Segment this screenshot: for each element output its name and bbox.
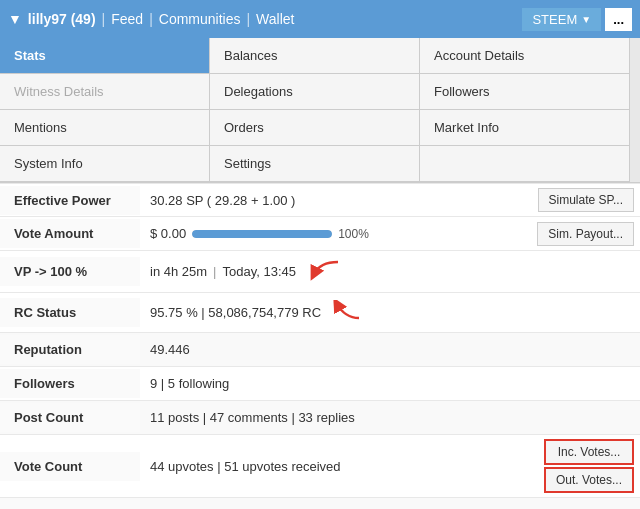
vote-count-label: Vote Count: [0, 452, 140, 481]
nav-left: ▼ lilly97 (49) | Feed | Communities | Wa…: [8, 11, 514, 27]
simulate-sp-action: Simulate SP...: [532, 184, 640, 216]
vp-time: Today, 13:45: [222, 264, 295, 279]
menu-delegations[interactable]: Delegations: [210, 74, 420, 110]
steem-label: STEEM: [532, 12, 577, 27]
inc-votes-button[interactable]: Inc. Votes...: [544, 439, 634, 465]
vote-amount-value: $ 0.00 100%: [140, 219, 531, 248]
nav-separator-1: |: [102, 11, 106, 27]
voting-csi-value: [ ? ] ( 0.00 % self, 10 upvotes, 8 accou…: [140, 500, 640, 509]
post-count-label: Post Count: [0, 403, 140, 432]
nav-communities-link[interactable]: Communities: [159, 11, 241, 27]
vp-label: VP -> 100 %: [0, 257, 140, 286]
vote-bar: [192, 230, 332, 238]
steem-dropdown-button[interactable]: STEEM ▼: [522, 8, 601, 31]
vp-row: VP -> 100 % in 4h 25m | Today, 13:45: [0, 251, 640, 293]
effective-power-row: Effective Power 30.28 SP ( 29.28 + 1.00 …: [0, 183, 640, 217]
menu-balances[interactable]: Balances: [210, 38, 420, 74]
nav-feed-link[interactable]: Feed: [111, 11, 143, 27]
arrow-svg: [310, 258, 340, 282]
nav-separator-3: |: [246, 11, 250, 27]
voting-csi-label: Voting CSI: [0, 500, 140, 509]
vote-count-actions: Inc. Votes... Out. Votes...: [538, 435, 640, 497]
effective-power-value: 30.28 SP ( 29.28 + 1.00 ): [140, 186, 532, 215]
followers-row: Followers 9 | 5 following: [0, 367, 640, 401]
menu-account-details[interactable]: Account Details: [420, 38, 630, 74]
followers-value: 9 | 5 following: [140, 369, 640, 398]
vp-value: in 4h 25m | Today, 13:45: [140, 251, 640, 292]
followers-label: Followers: [0, 369, 140, 398]
out-votes-button[interactable]: Out. Votes...: [544, 467, 634, 493]
menu-orders[interactable]: Orders: [210, 110, 420, 146]
vote-count-value: 44 upvotes | 51 upvotes received: [140, 452, 538, 481]
steem-arrow-icon: ▼: [581, 14, 591, 25]
menu-witness-details: Witness Details: [0, 74, 210, 110]
post-count-row: Post Count 11 posts | 47 comments | 33 r…: [0, 401, 640, 435]
nav-right: STEEM ▼ ...: [522, 8, 632, 31]
menu-empty: [420, 146, 630, 182]
nav-wallet-link[interactable]: Wallet: [256, 11, 294, 27]
username[interactable]: lilly97 (49): [28, 11, 96, 27]
arrow-svg-2: [333, 300, 361, 322]
menu-grid: Stats Balances Account Details Witness D…: [0, 38, 640, 183]
rc-status-value: 95.75 % | 58,086,754,779 RC: [140, 293, 640, 332]
menu-market-info[interactable]: Market Info: [420, 110, 630, 146]
reputation-label: Reputation: [0, 335, 140, 364]
stats-content: Effective Power 30.28 SP ( 29.28 + 1.00 …: [0, 183, 640, 509]
voting-csi-row: Voting CSI [ ? ] ( 0.00 % self, 10 upvot…: [0, 498, 640, 509]
vote-count-row: Vote Count 44 upvotes | 51 upvotes recei…: [0, 435, 640, 498]
reputation-value: 49.446: [140, 335, 640, 364]
menu-followers[interactable]: Followers: [420, 74, 630, 110]
vote-bar-fill: [192, 230, 332, 238]
nav-separator-2: |: [149, 11, 153, 27]
simulate-sp-button[interactable]: Simulate SP...: [538, 188, 634, 212]
rc-status-row: RC Status 95.75 % | 58,086,754,779 RC: [0, 293, 640, 333]
reputation-row: Reputation 49.446: [0, 333, 640, 367]
menu-settings[interactable]: Settings: [210, 146, 420, 182]
vp-separator: |: [213, 264, 216, 279]
dots-label: ...: [613, 12, 624, 27]
menu-stats[interactable]: Stats: [0, 38, 210, 74]
menu-system-info[interactable]: System Info: [0, 146, 210, 182]
rc-status-label: RC Status: [0, 298, 140, 327]
red-arrow-2-icon: [333, 300, 361, 325]
post-count-value: 11 posts | 47 comments | 33 replies: [140, 403, 640, 432]
red-arrow-icon: [310, 258, 340, 285]
sim-payout-action: Sim. Payout...: [531, 218, 640, 250]
sim-payout-button[interactable]: Sim. Payout...: [537, 222, 634, 246]
more-options-button[interactable]: ...: [605, 8, 632, 31]
dropdown-arrow-icon[interactable]: ▼: [8, 11, 22, 27]
top-navigation: ▼ lilly97 (49) | Feed | Communities | Wa…: [0, 0, 640, 38]
vote-amount-row: Vote Amount $ 0.00 100% Sim. Payout...: [0, 217, 640, 251]
vote-amount-label: Vote Amount: [0, 219, 140, 248]
vote-percentage: 100%: [338, 227, 369, 241]
menu-mentions[interactable]: Mentions: [0, 110, 210, 146]
effective-power-label: Effective Power: [0, 186, 140, 215]
